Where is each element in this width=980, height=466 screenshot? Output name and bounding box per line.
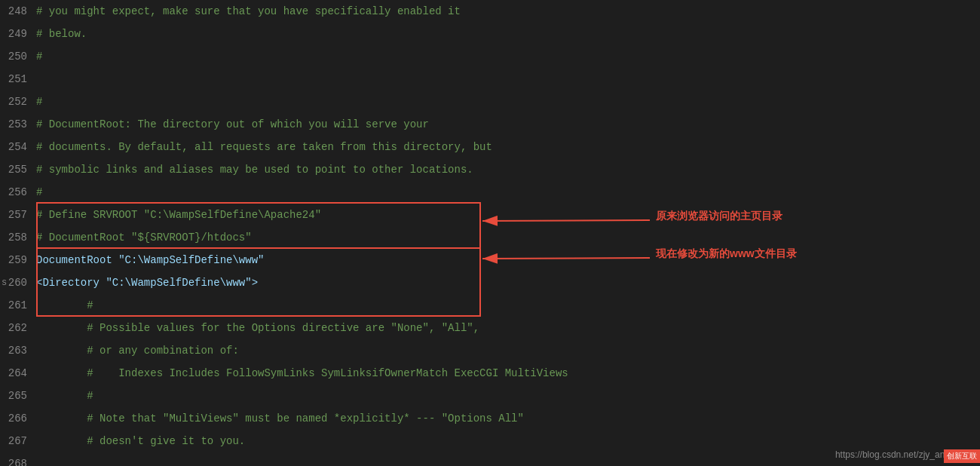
line-content: # or any combination of:	[36, 345, 980, 357]
code-line: 250#	[0, 45, 980, 68]
line-content: #	[36, 51, 980, 63]
code-line: 256#	[0, 181, 980, 204]
line-number: 258	[0, 231, 36, 244]
line-number: 267	[0, 435, 36, 447]
annotation-bottom: 现在修改为新的www文件目录	[656, 247, 797, 261]
code-container: 248# you might expect, make sure that yo…	[0, 0, 980, 466]
line-number: 256	[0, 186, 36, 198]
line-number: 261	[0, 299, 36, 311]
line-number: 248	[0, 5, 36, 17]
line-content: # documents. By default, all requests ar…	[36, 141, 980, 153]
line-number: 264	[0, 367, 36, 379]
code-line: 267 # doesn't give it to you.	[0, 430, 980, 452]
code-line: 251	[0, 68, 980, 90]
line-content: #	[36, 186, 980, 198]
line-number: 249	[0, 28, 36, 40]
line-content: <Directory "C:\WampSelfDefine\www">	[36, 277, 980, 289]
code-line: 258# DocumentRoot "${SRVROOT}/htdocs"	[0, 226, 980, 249]
line-content: # DocumentRoot "${SRVROOT}/htdocs"	[36, 231, 980, 244]
line-number: 253	[0, 118, 36, 130]
line-number: 257	[0, 209, 36, 221]
line-number: 255	[0, 164, 36, 176]
line-number: 259	[0, 254, 36, 266]
code-line: 252#	[0, 90, 980, 113]
code-line: 266 # Note that "MultiViews" must be nam…	[0, 407, 980, 430]
code-line: 253# DocumentRoot: The directory out of …	[0, 113, 980, 136]
lines-container: 248# you might expect, make sure that yo…	[0, 0, 980, 466]
line-content: # Note that "MultiViews" must be named *…	[36, 412, 980, 425]
line-content: #	[36, 96, 980, 108]
left-marker: s	[2, 271, 7, 294]
line-content: # symbolic links and aliases may be used…	[36, 164, 980, 176]
code-line: 257# Define SRVROOT "C:\WampSelfDefine\A…	[0, 204, 980, 226]
line-number: 265	[0, 390, 36, 402]
code-line: 268	[0, 452, 980, 466]
line-number: 262	[0, 322, 36, 334]
line-content: # below.	[36, 28, 980, 40]
line-content: # you might expect, make sure that you h…	[36, 5, 980, 17]
watermark-logo: 创新互联	[944, 449, 980, 463]
code-line: 263 # or any combination of:	[0, 339, 980, 362]
line-content: #	[36, 299, 980, 311]
line-number: 254	[0, 141, 36, 153]
line-content: # Define SRVROOT "C:\WampSelfDefine\Apac…	[36, 209, 980, 221]
line-content: # Indexes Includes FollowSymLinks SymLin…	[36, 367, 980, 379]
line-number: 250	[0, 51, 36, 63]
code-line: 248# you might expect, make sure that yo…	[0, 0, 980, 23]
code-line: 249# below.	[0, 23, 980, 45]
code-line: 260<Directory "C:\WampSelfDefine\www">	[0, 271, 980, 294]
code-line: 254# documents. By default, all requests…	[0, 136, 980, 158]
line-number: 268	[0, 458, 36, 466]
annotation-top: 原来浏览器访问的主页目录	[656, 210, 782, 223]
code-line: 261 #	[0, 294, 980, 317]
line-content: # DocumentRoot: The directory out of whi…	[36, 118, 980, 130]
line-content: #	[36, 390, 980, 402]
code-line: 262 # Possible values for the Options di…	[0, 317, 980, 339]
line-number: 263	[0, 345, 36, 357]
watermark-url: https://blog.csdn.net/zjy_and	[835, 449, 950, 460]
line-number: 251	[0, 73, 36, 85]
line-content: DocumentRoot "C:\WampSelfDefine\www"	[36, 254, 980, 266]
line-content: # Possible values for the Options direct…	[36, 322, 980, 334]
code-line: 255# symbolic links and aliases may be u…	[0, 158, 980, 181]
line-content: # doesn't give it to you.	[36, 435, 980, 447]
code-line: 264 # Indexes Includes FollowSymLinks Sy…	[0, 362, 980, 385]
code-line: 265 #	[0, 385, 980, 407]
line-number: 266	[0, 412, 36, 425]
code-line: 259DocumentRoot "C:\WampSelfDefine\www"	[0, 249, 980, 271]
line-number: 252	[0, 96, 36, 108]
